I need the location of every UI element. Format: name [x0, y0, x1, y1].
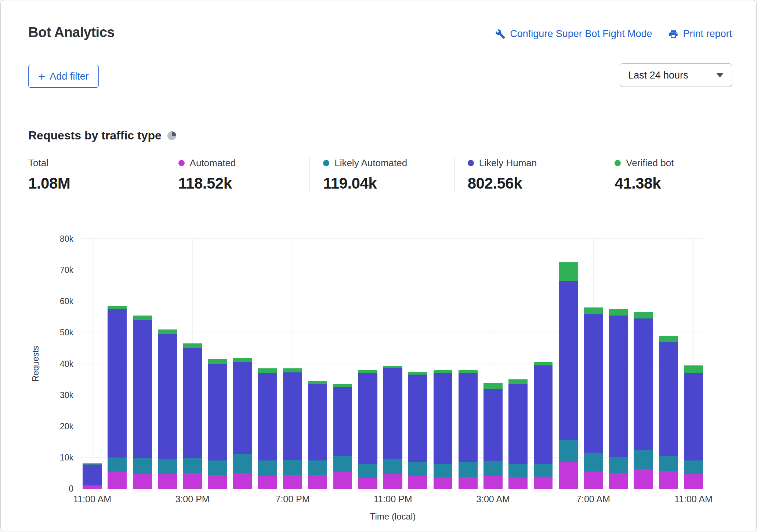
bar-segment-likely-automated — [408, 462, 427, 476]
bar-segment-verified-bot — [158, 329, 177, 334]
bar[interactable] — [133, 239, 152, 489]
bar[interactable] — [408, 239, 427, 489]
bar-segment-verified-bot — [684, 365, 703, 373]
bar[interactable] — [383, 239, 402, 489]
chevron-down-icon — [716, 73, 724, 77]
bar-segment-automated — [408, 475, 427, 489]
bar-segment-likely-automated — [133, 458, 152, 474]
bar-segment-likely-automated — [508, 464, 528, 477]
y-axis-ticks: 010k20k30k40k50k60k70k80k — [1, 239, 73, 489]
bar-segment-automated — [83, 486, 102, 489]
bar-segment-likely-automated — [383, 459, 402, 474]
bar[interactable] — [208, 239, 227, 489]
wrench-icon — [495, 29, 506, 39]
bar-slot — [255, 239, 280, 489]
bar-segment-likely-human — [358, 373, 377, 464]
stat-label: Likely Automated — [323, 157, 445, 169]
y-tick-label: 30k — [60, 390, 73, 400]
bar-segment-automated — [208, 475, 227, 489]
bar-segment-automated — [308, 475, 327, 489]
bar-segment-likely-automated — [534, 464, 553, 477]
bar[interactable] — [158, 239, 177, 489]
time-range-select[interactable]: Last 24 hours — [620, 63, 732, 87]
bar[interactable] — [459, 239, 478, 489]
bar-slot — [581, 239, 606, 489]
bar-segment-verified-bot — [283, 368, 302, 372]
bar-slot — [530, 239, 555, 489]
bar[interactable] — [534, 239, 553, 489]
bar-segment-automated — [659, 471, 678, 489]
configure-super-bot-fight-mode-link[interactable]: Configure Super Bot Fight Mode — [495, 28, 652, 40]
bar[interactable] — [83, 239, 102, 489]
x-tick-label: 11:00 PM — [373, 494, 412, 504]
bar-segment-likely-human — [559, 281, 578, 440]
plot-area — [80, 239, 706, 489]
bar-segment-automated — [534, 477, 553, 489]
bar-segment-likely-human — [659, 342, 678, 456]
bar-segment-likely-automated — [684, 460, 703, 474]
bar-segment-verified-bot — [483, 383, 503, 389]
bar[interactable] — [283, 239, 302, 489]
bar-segment-automated — [684, 474, 703, 489]
bar-segment-verified-bot — [408, 372, 427, 375]
bar-slot — [180, 239, 205, 489]
y-tick-label: 70k — [60, 265, 73, 275]
bar-segment-verified-bot — [108, 306, 127, 309]
bar-segment-likely-automated — [434, 464, 453, 477]
bar-segment-likely-human — [459, 373, 478, 462]
bar-segment-likely-automated — [208, 460, 227, 474]
bar[interactable] — [108, 239, 127, 489]
bar-segment-verified-bot — [133, 316, 152, 320]
bar[interactable] — [483, 239, 503, 489]
bar[interactable] — [233, 239, 252, 489]
print-report-link[interactable]: Print report — [668, 28, 732, 40]
bar-segment-automated — [233, 473, 252, 489]
bar-segment-likely-automated — [283, 460, 302, 475]
bar-slot — [155, 239, 180, 489]
bar-segment-likely-human — [434, 373, 453, 464]
bar-segment-likely-automated — [659, 456, 678, 471]
legend-dot — [615, 160, 621, 166]
bar[interactable] — [559, 239, 578, 489]
y-tick-label: 10k — [60, 452, 73, 462]
page-title: Bot Analytics — [28, 25, 115, 40]
x-tick-label: 3:00 PM — [175, 494, 210, 504]
bar[interactable] — [358, 239, 377, 489]
x-tick-label: 7:00 AM — [576, 494, 610, 504]
bar-slot — [330, 239, 355, 489]
bar-segment-verified-bot — [508, 379, 528, 384]
bar-segment-automated — [434, 477, 453, 489]
bar-segment-verified-bot — [459, 370, 478, 374]
bar-segment-likely-automated — [258, 460, 277, 475]
bar-slot — [506, 239, 530, 489]
bar[interactable] — [508, 239, 528, 489]
add-filter-button[interactable]: + Add filter — [28, 65, 99, 88]
bar-slot — [631, 239, 656, 489]
bar-slot — [380, 239, 405, 489]
bar-segment-likely-automated — [459, 462, 478, 477]
bar-segment-verified-bot — [308, 381, 327, 384]
bar[interactable] — [333, 239, 352, 489]
bar-segment-automated — [483, 476, 503, 489]
bar[interactable] — [584, 239, 603, 489]
bar[interactable] — [258, 239, 277, 489]
x-tick-label: 11:00 AM — [674, 494, 713, 504]
bar-slot — [305, 239, 330, 489]
x-tick-label: 7:00 PM — [275, 494, 309, 504]
bar[interactable] — [434, 239, 453, 489]
stat-label: Likely Human — [468, 157, 592, 169]
bar-segment-verified-bot — [208, 359, 227, 364]
bar[interactable] — [183, 239, 202, 489]
stat-label-text: Likely Automated — [334, 157, 407, 169]
header-divider — [1, 103, 756, 103]
header-links: Configure Super Bot Fight Mode Print rep… — [495, 28, 732, 40]
add-filter-label: Add filter — [50, 71, 89, 82]
bar-segment-verified-bot — [333, 384, 352, 387]
bar[interactable] — [634, 239, 653, 489]
bar[interactable] — [684, 239, 703, 489]
bar[interactable] — [659, 239, 678, 489]
bar[interactable] — [609, 239, 628, 489]
configure-link-label: Configure Super Bot Fight Mode — [510, 28, 652, 40]
bar[interactable] — [308, 239, 327, 489]
y-tick-label: 0 — [69, 484, 73, 494]
